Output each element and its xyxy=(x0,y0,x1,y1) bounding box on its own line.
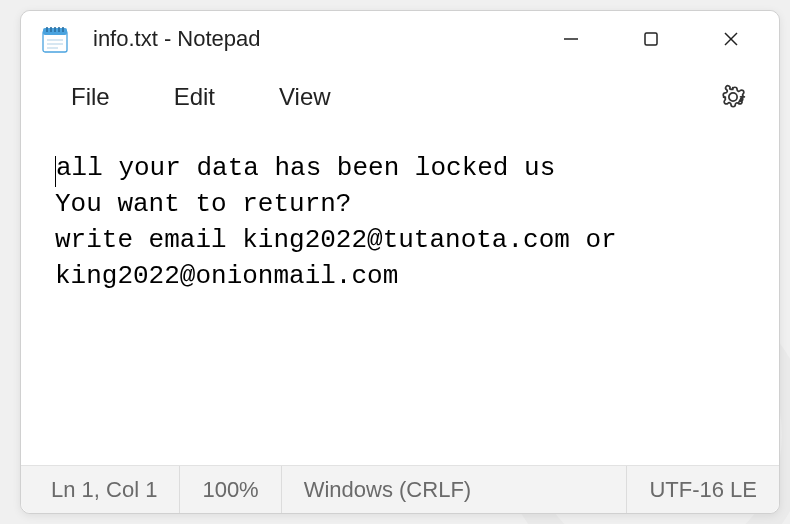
text-editor[interactable]: all your data has been locked us You wan… xyxy=(21,127,779,465)
statusbar: Ln 1, Col 1 100% Windows (CRLF) UTF-16 L… xyxy=(21,465,779,513)
menu-view[interactable]: View xyxy=(251,75,359,119)
status-encoding: UTF-16 LE xyxy=(626,466,779,513)
menu-edit[interactable]: Edit xyxy=(146,75,243,119)
titlebar: info.txt - Notepad xyxy=(21,11,779,67)
maximize-button[interactable] xyxy=(611,11,691,67)
window-controls xyxy=(531,11,771,67)
menu-file[interactable]: File xyxy=(43,75,138,119)
status-line-ending: Windows (CRLF) xyxy=(281,466,627,513)
gear-icon xyxy=(720,84,746,110)
status-zoom[interactable]: 100% xyxy=(179,466,280,513)
notepad-window: info.txt - Notepad File Edit View all yo… xyxy=(20,10,780,514)
notepad-icon xyxy=(41,25,69,53)
status-position: Ln 1, Col 1 xyxy=(21,466,179,513)
close-button[interactable] xyxy=(691,11,771,67)
text-caret xyxy=(55,156,56,187)
svg-rect-11 xyxy=(645,33,657,45)
menubar: File Edit View xyxy=(21,67,779,127)
minimize-button[interactable] xyxy=(531,11,611,67)
settings-button[interactable] xyxy=(709,73,757,121)
editor-content: all your data has been locked us You wan… xyxy=(55,153,632,291)
window-title: info.txt - Notepad xyxy=(93,26,261,52)
